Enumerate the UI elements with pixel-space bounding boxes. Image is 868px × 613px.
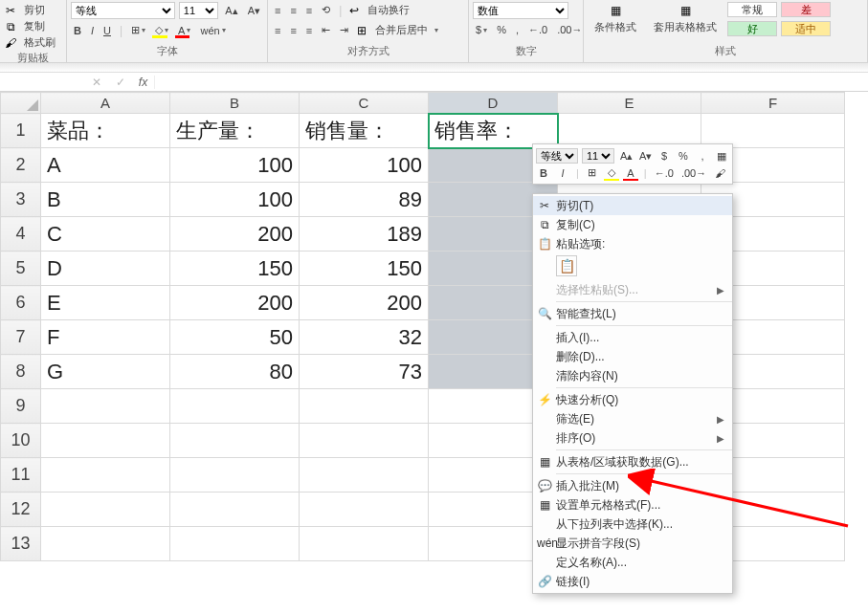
table-format-button[interactable]: 套用表格格式 xyxy=(651,19,720,35)
decrease-font-button[interactable]: A▾ xyxy=(245,4,263,18)
confirm-formula-icon[interactable]: ✓ xyxy=(116,76,125,89)
ctx-cut[interactable]: ✂剪切(T) xyxy=(533,196,732,215)
increase-font-button[interactable]: A▴ xyxy=(222,4,240,18)
decrease-indent-button[interactable]: ⇤ xyxy=(319,23,333,37)
wrap-text-button[interactable]: 自动换行 xyxy=(365,2,412,18)
cell-A9[interactable] xyxy=(41,389,170,424)
align-left-button[interactable]: ≡ xyxy=(272,24,283,37)
cell-C6[interactable]: 200 xyxy=(300,286,429,320)
ctx-get-data[interactable]: ▦从表格/区域获取数据(G)... xyxy=(533,452,732,471)
borders-button[interactable]: ⊞▾ xyxy=(128,23,148,37)
cell-C12[interactable] xyxy=(300,493,429,527)
mini-percent[interactable]: % xyxy=(676,149,691,163)
col-header-B[interactable]: B xyxy=(170,93,300,114)
merge-center-button[interactable]: 合并后居中 xyxy=(372,22,431,38)
ctx-insert-comment[interactable]: 💬插入批注(M) xyxy=(533,476,732,495)
font-name-select[interactable]: 等线 xyxy=(71,2,175,19)
ctx-quick-analysis[interactable]: ⚡快速分析(Q) xyxy=(533,390,732,409)
cell-A10[interactable] xyxy=(41,424,170,458)
cell-B5[interactable]: 150 xyxy=(170,252,300,286)
cell-A13[interactable] xyxy=(41,527,170,561)
row-header-5[interactable]: 5 xyxy=(1,252,41,286)
row-header-7[interactable]: 7 xyxy=(1,320,41,355)
align-bottom-button[interactable]: ≡ xyxy=(303,4,315,17)
row-header-4[interactable]: 4 xyxy=(1,217,41,252)
cancel-formula-icon[interactable]: ✕ xyxy=(92,76,101,89)
cell-B6[interactable]: 200 xyxy=(170,286,300,320)
cell-B8[interactable]: 80 xyxy=(170,355,300,389)
paste-option-default[interactable]: 📋 xyxy=(556,255,577,276)
cell-B1[interactable]: 生产量： xyxy=(170,114,300,148)
cell-A12[interactable] xyxy=(41,493,170,527)
align-top-button[interactable]: ≡ xyxy=(272,4,283,17)
col-header-A[interactable]: A xyxy=(41,93,170,114)
cell-B2[interactable]: 100 xyxy=(170,148,300,183)
ctx-filter[interactable]: 筛选(E)▶ xyxy=(533,409,732,428)
ctx-phonetic[interactable]: wén显示拼音字段(S) xyxy=(533,534,732,553)
cell-A6[interactable]: E xyxy=(41,286,170,320)
style-neutral[interactable]: 适中 xyxy=(781,21,831,36)
mini-dec-decimal[interactable]: .00→ xyxy=(679,166,708,180)
cell-A1[interactable]: 菜品： xyxy=(41,114,170,148)
align-middle-button[interactable]: ≡ xyxy=(287,4,299,17)
cell-B13[interactable] xyxy=(170,527,300,561)
cell-C11[interactable] xyxy=(300,458,429,493)
mini-decrease-font[interactable]: A▾ xyxy=(637,149,653,164)
bold-button[interactable]: B xyxy=(71,24,84,37)
mini-format-painter[interactable]: 🖌 xyxy=(712,166,727,180)
cell-C10[interactable] xyxy=(300,424,429,458)
mini-increase-font[interactable]: A▴ xyxy=(618,149,634,164)
mini-bold[interactable]: B xyxy=(536,166,551,180)
cell-B9[interactable] xyxy=(170,389,300,424)
align-center-button[interactable]: ≡ xyxy=(287,24,299,37)
col-header-C[interactable]: C xyxy=(300,93,429,114)
cell-B10[interactable] xyxy=(170,424,300,458)
fill-color-button[interactable]: ◇▾ xyxy=(152,23,171,37)
cell-A2[interactable]: A xyxy=(41,148,170,183)
style-normal[interactable]: 常规 xyxy=(727,2,777,17)
mini-italic[interactable]: I xyxy=(555,166,570,180)
cell-B12[interactable] xyxy=(170,493,300,527)
ctx-clear[interactable]: 清除内容(N) xyxy=(533,366,732,385)
row-header-1[interactable]: 1 xyxy=(1,114,41,148)
mini-inc-decimal[interactable]: ←.0 xyxy=(653,166,676,180)
orientation-button[interactable]: ⟲ xyxy=(319,3,333,17)
format-painter-button[interactable]: 格式刷 xyxy=(21,34,58,51)
style-bad[interactable]: 差 xyxy=(781,2,831,17)
cell-A3[interactable]: B xyxy=(41,183,170,217)
percent-button[interactable]: % xyxy=(494,23,509,36)
cell-A7[interactable]: F xyxy=(41,320,170,355)
cell-B11[interactable] xyxy=(170,458,300,493)
ctx-pick-from-list[interactable]: 从下拉列表中选择(K)... xyxy=(533,514,732,534)
mini-comma[interactable]: , xyxy=(695,149,710,163)
phonetic-guide-button[interactable]: wén▾ xyxy=(197,24,228,37)
mini-font-size[interactable]: 11 xyxy=(582,148,614,164)
row-header-11[interactable]: 11 xyxy=(1,458,41,493)
mini-currency[interactable]: $ xyxy=(657,149,672,163)
comma-button[interactable]: , xyxy=(513,23,522,36)
cut-button[interactable]: 剪切 xyxy=(21,2,48,18)
cell-C13[interactable] xyxy=(300,527,429,561)
cell-A11[interactable] xyxy=(41,458,170,493)
cell-C2[interactable]: 100 xyxy=(300,148,429,183)
ctx-smart-lookup[interactable]: 🔍智能查找(L) xyxy=(533,304,732,323)
col-header-F[interactable]: F xyxy=(701,93,845,114)
row-header-6[interactable]: 6 xyxy=(1,286,41,320)
mini-dialog-icon[interactable]: ▦ xyxy=(714,149,729,164)
row-header-10[interactable]: 10 xyxy=(1,424,41,458)
italic-button[interactable]: I xyxy=(88,24,97,37)
select-all-corner[interactable] xyxy=(1,93,41,114)
cell-C1[interactable]: 销售量： xyxy=(300,114,429,148)
copy-button[interactable]: 复制 xyxy=(21,18,48,34)
cell-A8[interactable]: G xyxy=(41,355,170,389)
conditional-format-button[interactable]: 条件格式 xyxy=(591,19,639,35)
cell-C7[interactable]: 32 xyxy=(300,320,429,355)
align-right-button[interactable]: ≡ xyxy=(303,24,315,37)
ctx-copy[interactable]: ⧉复制(C) xyxy=(533,215,732,234)
mini-fill-color[interactable]: ◇ xyxy=(604,165,619,180)
row-header-8[interactable]: 8 xyxy=(1,355,41,389)
increase-indent-button[interactable]: ⇥ xyxy=(337,23,351,37)
mini-borders[interactable]: ⊞ xyxy=(585,165,600,180)
number-format-select[interactable]: 数值 xyxy=(473,2,568,19)
cell-C9[interactable] xyxy=(300,389,429,424)
